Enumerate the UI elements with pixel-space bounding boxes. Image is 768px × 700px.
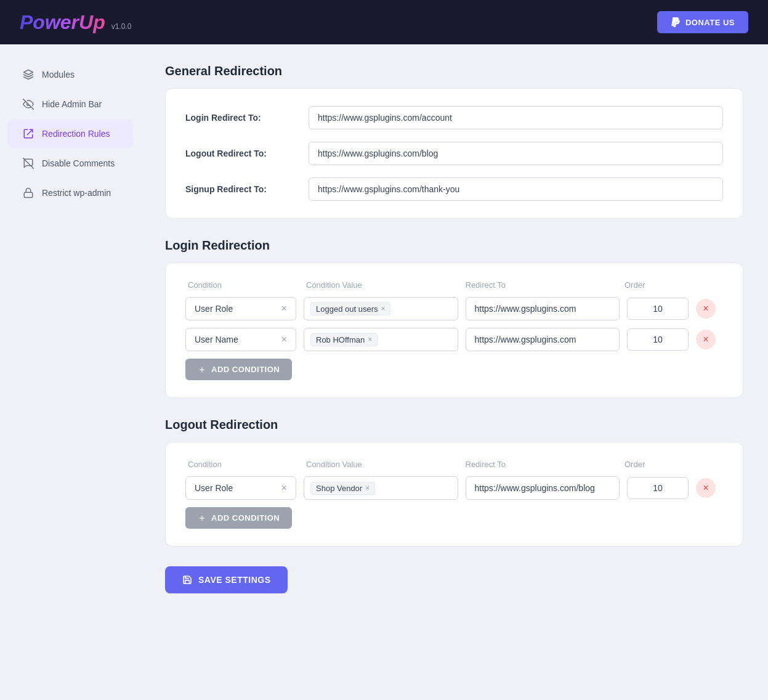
sidebar-item-modules[interactable]: Modules [7, 60, 133, 89]
login-redirect-to-header: Redirect To [466, 280, 618, 290]
version-badge: v1.0.0 [111, 22, 132, 31]
signup-redirect-label: Signup Redirect To: [185, 184, 309, 194]
login-tag-label-2: Rob HOffman [316, 335, 365, 344]
redirect-icon [22, 128, 34, 140]
logo: PowerUp [20, 11, 105, 34]
login-condition-value-header: Condition Value [306, 280, 458, 290]
paypal-icon [671, 17, 681, 27]
logout-order-1[interactable] [627, 477, 689, 499]
logout-condition-header: Condition [188, 460, 299, 469]
logout-condition-row-1: User Role × Shop Vendor × × [185, 476, 723, 500]
login-tag-remove-2[interactable]: × [368, 335, 372, 344]
login-add-condition-button[interactable]: ADD CONDITION [185, 359, 292, 380]
logo-area: PowerUp v1.0.0 [20, 11, 131, 34]
login-redirect-row: Login Redirect To: [185, 106, 723, 129]
sidebar-item-label: Hide Admin Bar [42, 99, 102, 109]
login-remove-row-2[interactable]: × [696, 330, 716, 349]
login-condition-select-2[interactable]: User Name × [185, 328, 296, 351]
sidebar-item-label: Modules [42, 70, 75, 79]
login-condition-row-1: User Role × Logged out users × × [185, 297, 723, 320]
logout-condition-value-header: Condition Value [306, 460, 458, 469]
login-tag-2: Rob HOffman × [310, 333, 378, 346]
login-condition-tag-input-2[interactable]: Rob HOffman × [304, 328, 458, 351]
login-condition-header: Condition [188, 280, 299, 290]
logout-order-header: Order [625, 460, 686, 469]
logout-redirect-label: Logout Redirect To: [185, 149, 309, 158]
sidebar-item-label: Restrict wp-admin [42, 188, 111, 198]
logout-actions-header [693, 460, 721, 469]
general-redirection-title: General Redirection [165, 64, 743, 78]
logout-tag-1: Shop Vendor × [310, 482, 375, 495]
logout-redirection-card: Condition Condition Value Redirect To Or… [165, 442, 743, 547]
login-tag-1: Logged out users × [310, 303, 390, 315]
login-condition-select-1[interactable]: User Role × [185, 297, 296, 320]
login-tag-label-1: Logged out users [316, 304, 378, 314]
logout-condition-clear-1[interactable]: × [281, 482, 287, 494]
login-order-header: Order [625, 280, 686, 290]
save-settings-button[interactable]: SAVE SETTINGS [165, 566, 288, 593]
login-redirect-to-1[interactable] [466, 297, 620, 320]
logout-add-condition-button[interactable]: ADD CONDITION [185, 507, 292, 529]
login-condition-value-2: User Name [195, 335, 238, 344]
logout-redirect-to-1[interactable] [466, 476, 620, 500]
login-order-1[interactable] [627, 298, 689, 320]
sidebar-item-hide-admin-bar[interactable]: Hide Admin Bar [7, 90, 133, 118]
login-actions-header [693, 280, 721, 290]
sidebar-item-restrict-wp-admin[interactable]: Restrict wp-admin [7, 179, 133, 207]
eye-off-icon [22, 98, 34, 110]
layers-icon [22, 68, 34, 81]
comment-off-icon [22, 157, 34, 169]
logout-redirection-title: Logout Redirection [165, 418, 743, 432]
sidebar-item-label: Disable Comments [42, 158, 115, 168]
general-redirection-card: Login Redirect To: Logout Redirect To: S… [165, 88, 743, 219]
sidebar-item-disable-comments[interactable]: Disable Comments [7, 149, 133, 177]
login-redirection-title: Login Redirection [165, 238, 743, 253]
logout-tag-remove-1[interactable]: × [365, 484, 370, 492]
login-tag-remove-1[interactable]: × [381, 304, 385, 313]
login-condition-clear-1[interactable]: × [281, 303, 287, 314]
logout-redirect-row: Logout Redirect To: [185, 142, 723, 165]
main-content: General Redirection Login Redirect To: L… [140, 44, 768, 700]
logout-condition-select-1[interactable]: User Role × [185, 476, 296, 500]
login-redirect-input[interactable] [309, 106, 723, 129]
login-remove-row-1[interactable]: × [696, 299, 716, 319]
sidebar: Modules Hide Admin Bar Redirection Rules [0, 44, 140, 700]
donate-button[interactable]: DONATE US [657, 11, 748, 33]
login-redirect-to-2[interactable] [466, 328, 620, 351]
login-add-condition-label: ADD CONDITION [211, 365, 280, 374]
donate-label: DONATE US [685, 18, 735, 27]
logout-condition-value-1: User Role [195, 483, 233, 493]
login-redirect-label: Login Redirect To: [185, 113, 309, 123]
login-condition-tag-input-1[interactable]: Logged out users × [304, 297, 458, 320]
login-table-header: Condition Condition Value Redirect To Or… [185, 280, 723, 290]
logout-table-header: Condition Condition Value Redirect To Or… [185, 460, 723, 469]
logout-add-condition-label: ADD CONDITION [211, 513, 280, 523]
login-condition-row-2: User Name × Rob HOffman × × [185, 328, 723, 351]
logout-condition-tag-input-1[interactable]: Shop Vendor × [304, 476, 458, 500]
lock-icon [22, 187, 34, 199]
save-icon [182, 575, 192, 585]
sidebar-item-redirection-rules[interactable]: Redirection Rules [7, 120, 133, 148]
header: PowerUp v1.0.0 DONATE US [0, 0, 768, 44]
logout-tag-label-1: Shop Vendor [316, 484, 362, 493]
login-condition-value-1: User Role [195, 304, 233, 314]
save-settings-label: SAVE SETTINGS [198, 575, 270, 585]
logout-remove-row-1[interactable]: × [696, 478, 716, 498]
signup-redirect-row: Signup Redirect To: [185, 177, 723, 201]
login-condition-clear-2[interactable]: × [281, 334, 287, 345]
login-order-2[interactable] [627, 328, 689, 351]
signup-redirect-input[interactable] [309, 177, 723, 201]
svg-rect-3 [24, 192, 33, 197]
svg-marker-0 [24, 70, 33, 75]
plus-icon [198, 514, 206, 523]
sidebar-item-label: Redirection Rules [42, 129, 110, 139]
logout-redirect-to-header: Redirect To [466, 460, 618, 469]
login-redirection-card: Condition Condition Value Redirect To Or… [165, 262, 743, 398]
logout-redirect-input[interactable] [309, 142, 723, 165]
app-body: Modules Hide Admin Bar Redirection Rules [0, 44, 768, 700]
plus-icon [198, 365, 206, 374]
